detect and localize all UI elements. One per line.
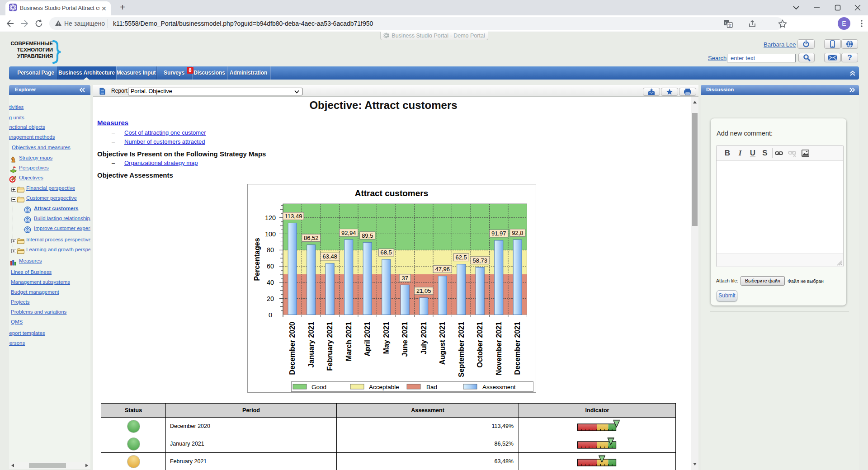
svg-text:Attract customers: Attract customers: [355, 188, 429, 198]
svg-text:100: 100: [265, 230, 276, 238]
svg-text:Bad: Bad: [426, 384, 437, 390]
svg-text:Percentages: Percentages: [253, 238, 261, 281]
svg-text:0: 0: [269, 311, 272, 319]
svg-text:December 2020: December 2020: [288, 322, 296, 375]
svg-text:March 2021: March 2021: [345, 322, 353, 361]
svg-text:80: 80: [267, 246, 274, 254]
svg-text:20: 20: [267, 295, 274, 302]
svg-text:Good: Good: [311, 384, 326, 390]
svg-text:November 2021: November 2021: [495, 322, 503, 375]
svg-text:60: 60: [267, 263, 274, 270]
svg-text:Assessment: Assessment: [482, 384, 516, 390]
svg-text:December 2021: December 2021: [514, 322, 521, 375]
svg-text:63,48: 63,48: [323, 253, 338, 260]
svg-text:October 2021: October 2021: [476, 322, 484, 367]
svg-text:113,49: 113,49: [285, 213, 302, 220]
svg-text:May 2021: May 2021: [382, 322, 390, 354]
svg-text:91,97: 91,97: [491, 230, 506, 237]
svg-text:58,73: 58,73: [473, 257, 488, 264]
svg-text:89,5: 89,5: [362, 232, 373, 239]
svg-text:47,96: 47,96: [435, 266, 450, 273]
svg-text:January 2021: January 2021: [307, 322, 315, 368]
svg-text:40: 40: [267, 279, 274, 286]
svg-text:62,5: 62,5: [456, 254, 467, 261]
svg-text:92,94: 92,94: [341, 230, 356, 236]
svg-text:37: 37: [402, 275, 408, 282]
svg-text:August 2021: August 2021: [439, 322, 446, 365]
svg-text:June 2021: June 2021: [401, 322, 409, 357]
svg-text:86,52: 86,52: [304, 235, 319, 241]
svg-text:February 2021: February 2021: [326, 322, 334, 371]
svg-text:September 2021: September 2021: [458, 322, 465, 377]
svg-text:April 2021: April 2021: [363, 322, 371, 357]
svg-text:文: 文: [728, 23, 732, 28]
svg-text:120: 120: [265, 214, 276, 221]
svg-text:Acceptable: Acceptable: [369, 384, 399, 390]
svg-text:68,5: 68,5: [381, 249, 392, 256]
svg-text:92,8: 92,8: [512, 230, 523, 236]
svg-text:July 2021: July 2021: [420, 322, 428, 354]
svg-text:21,05: 21,05: [416, 287, 431, 294]
